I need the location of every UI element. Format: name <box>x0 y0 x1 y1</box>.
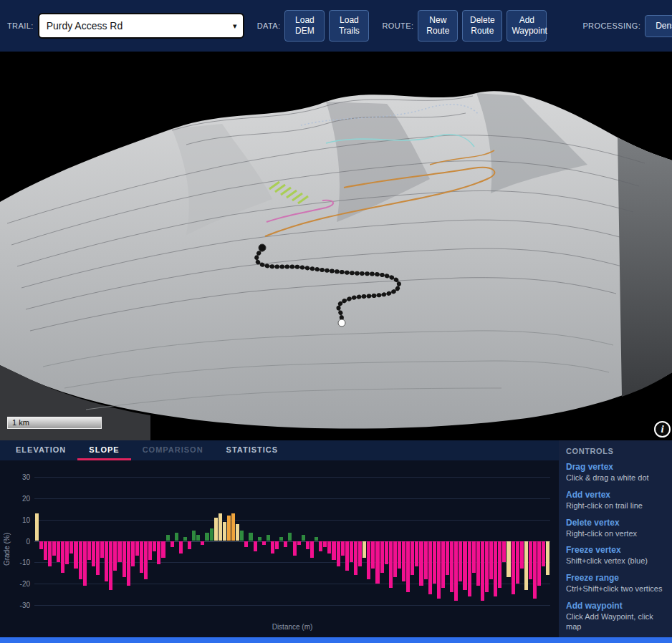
slope-bar <box>472 541 476 574</box>
slope-bar <box>196 535 200 541</box>
tab-statistics[interactable]: STATISTICS <box>215 440 290 460</box>
route-start-knob[interactable] <box>259 244 266 251</box>
slope-bar <box>476 541 480 586</box>
slope-bar <box>219 513 222 541</box>
tab-elevation[interactable]: ELEVATION <box>4 440 77 460</box>
slope-bar <box>419 541 423 586</box>
controls-panel: CONTROLS Drag vertex Click & drag a whit… <box>559 440 672 637</box>
slope-bar <box>153 541 156 552</box>
slope-bar <box>542 541 545 567</box>
y-tick-label: -20 <box>6 580 30 588</box>
load-trails-button[interactable]: Load Trails <box>329 10 369 42</box>
slope-bar <box>446 541 449 576</box>
slope-bar <box>306 541 309 550</box>
slope-bar <box>175 533 178 541</box>
tab-slope[interactable]: SLOPE <box>77 440 130 460</box>
slope-bar <box>354 541 357 576</box>
y-tick-label: 10 <box>6 516 30 523</box>
slope-bar <box>371 541 375 569</box>
slope-bar <box>302 535 305 541</box>
tab-comparison[interactable]: COMPARISON <box>131 440 215 460</box>
map-scale-bar: 1 km <box>7 417 102 429</box>
slope-bar <box>69 541 73 554</box>
slope-bar <box>57 541 60 563</box>
slope-bar <box>249 533 252 541</box>
slope-bar <box>502 541 506 563</box>
slope-bar <box>485 541 489 593</box>
slope-bar <box>148 541 152 561</box>
route-endpoint-dot[interactable] <box>338 319 345 327</box>
add-waypoint-button[interactable]: Add Waypoint <box>507 10 547 42</box>
slope-bar <box>337 541 340 567</box>
slope-bar <box>140 541 143 574</box>
slope-bar <box>437 541 441 599</box>
control-action-drag-vertex: Drag vertex <box>566 462 665 472</box>
slope-bar <box>481 541 484 601</box>
slope-bar <box>183 537 187 541</box>
slope-bar <box>319 541 322 552</box>
slope-bar <box>236 524 239 541</box>
y-tick-label: -30 <box>6 601 30 609</box>
slope-bar <box>279 537 283 541</box>
route-group: ROUTE: New Route Delete Route Add Waypoi… <box>382 10 547 42</box>
gridline <box>34 520 550 521</box>
slope-bar <box>87 541 91 561</box>
slope-bar <box>210 528 213 541</box>
slope-bar <box>323 541 327 548</box>
slope-bar <box>454 541 458 601</box>
y-tick-label: 0 <box>6 537 30 545</box>
control-action-delete-vertex: Delete vertex <box>566 518 665 528</box>
slope-bar <box>192 531 196 541</box>
slope-bar <box>284 541 287 548</box>
slope-bar <box>254 541 257 552</box>
delete-route-button[interactable]: Delete Route <box>462 10 502 42</box>
slope-bar <box>424 541 428 580</box>
slope-bar <box>315 537 318 541</box>
slope-bar <box>520 541 524 569</box>
slope-bar <box>123 541 126 578</box>
control-action-add-waypoint: Add waypoint <box>566 601 665 611</box>
slope-bar <box>293 541 297 556</box>
info-icon[interactable]: i <box>654 421 671 437</box>
slope-bar <box>44 541 47 561</box>
densify-button[interactable]: Densify <box>645 15 672 37</box>
slope-bar <box>79 541 82 580</box>
new-route-button[interactable]: New Route <box>418 10 458 42</box>
slope-bar <box>39 541 43 550</box>
load-dem-button[interactable]: Load DEM <box>284 10 325 42</box>
slope-bar <box>428 541 432 595</box>
slope-bar <box>345 541 349 571</box>
control-hint: Shift+click vertex (blue) <box>566 556 665 566</box>
slope-bar <box>113 541 117 571</box>
slope-bar <box>450 541 453 593</box>
slope-bar <box>231 513 235 541</box>
slope-bar <box>105 541 108 582</box>
slope-bar <box>385 541 388 565</box>
slope-bar <box>271 541 274 554</box>
route-label: ROUTE: <box>382 21 413 30</box>
gridline <box>34 605 550 606</box>
slope-bar <box>494 541 497 597</box>
slope-bar <box>459 541 462 582</box>
terrain-3d-view[interactable] <box>0 52 672 440</box>
slope-bar <box>363 541 366 559</box>
slope-bar <box>546 541 549 576</box>
slope-bar <box>512 541 515 595</box>
slope-bar <box>52 541 56 556</box>
slope-bar <box>327 541 331 554</box>
control-hint: Right-click on trail line <box>566 501 665 511</box>
slope-bar <box>92 541 95 567</box>
slope-bar <box>489 541 493 580</box>
slope-bar <box>179 541 183 554</box>
scale-label: 1 km <box>12 418 29 427</box>
slope-bar <box>227 516 231 541</box>
y-tick-label: 20 <box>6 494 30 502</box>
trail-select[interactable]: Purdy Access Rd <box>38 13 244 39</box>
slope-bar <box>516 541 519 584</box>
data-label: DATA: <box>257 21 281 30</box>
slope-bar <box>415 541 418 567</box>
terrain-right-cliff <box>618 137 672 397</box>
slope-bar <box>288 533 292 541</box>
slope-bar <box>214 518 218 541</box>
slope-bar <box>393 541 397 578</box>
